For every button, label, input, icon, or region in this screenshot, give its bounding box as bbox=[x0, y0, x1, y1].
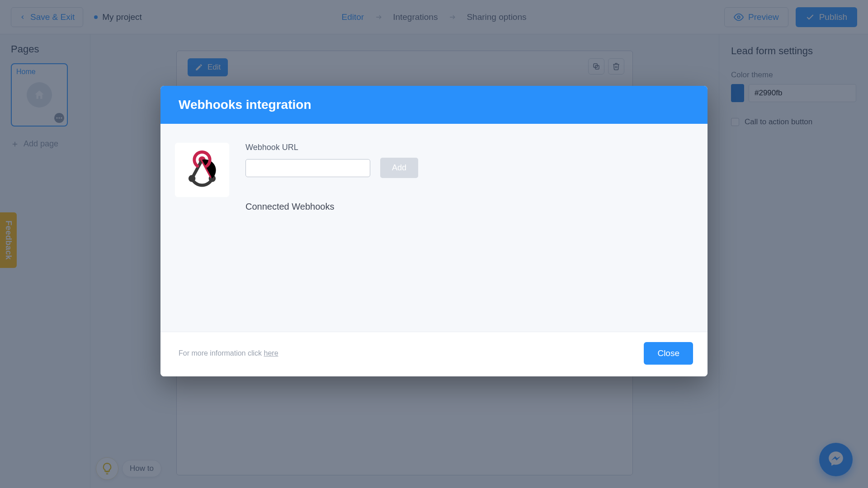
close-modal-button[interactable]: Close bbox=[644, 342, 693, 365]
webhooks-logo-icon bbox=[175, 143, 229, 197]
connected-webhooks-label: Connected Webhooks bbox=[245, 202, 689, 212]
modal-title: Webhooks integration bbox=[160, 86, 708, 124]
modal-info-text: For more information click here bbox=[179, 349, 278, 357]
add-webhook-button[interactable]: Add bbox=[380, 158, 418, 178]
info-here-link[interactable]: here bbox=[264, 349, 278, 357]
modal-overlay[interactable]: Webhooks integration Webhook U bbox=[0, 0, 868, 488]
webhooks-integration-modal: Webhooks integration Webhook U bbox=[160, 86, 708, 376]
webhook-url-label: Webhook URL bbox=[245, 143, 689, 152]
webhook-url-input[interactable] bbox=[245, 159, 370, 177]
